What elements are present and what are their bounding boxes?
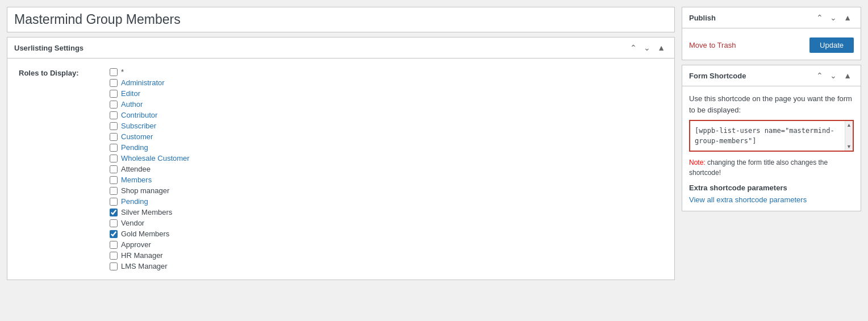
title-box (7, 7, 675, 32)
panel-body: Roles to Display: *AdministratorEditorAu… (7, 59, 674, 280)
role-item: LMS Manager (110, 262, 190, 270)
role-checkbox-role-lms-manager[interactable] (110, 262, 118, 270)
shortcode-controls: ⌃ ⌄ ▲ (814, 70, 854, 81)
scroll-up-arrow[interactable]: ▲ (846, 122, 852, 128)
role-label-role-members[interactable]: Members (121, 176, 152, 184)
main-content: Userlisting Settings ⌃ ⌄ ▲ Roles to Disp… (7, 7, 675, 280)
role-item: Vendor (110, 219, 190, 227)
role-checkbox-role-editor[interactable] (110, 90, 118, 98)
role-checkbox-role-contributor[interactable] (110, 111, 118, 119)
shortcode-panel-body: Use this shortcode on the page you want … (682, 86, 861, 211)
role-label-role-vendor[interactable]: Vendor (121, 219, 144, 227)
role-label-role-subscriber[interactable]: Subscriber (121, 122, 156, 130)
role-item: Gold Members (110, 230, 190, 238)
shortcode-box: [wppb-list-users name="mastermind-group-… (690, 121, 845, 151)
shortcode-collapse-down-btn[interactable]: ⌄ (828, 70, 839, 81)
shortcode-note: Note: changing the form title also chang… (689, 157, 854, 178)
sidebar: Publish ⌃ ⌄ ▲ Move to Trash Update Form … (682, 7, 861, 211)
publish-controls: ⌃ ⌄ ▲ (814, 12, 854, 23)
role-item: Pending (110, 143, 190, 152)
shortcode-panel: Form Shortcode ⌃ ⌄ ▲ Use this shortcode … (682, 65, 861, 211)
role-item: Pending (110, 197, 190, 206)
role-label-role-administrator[interactable]: Administrator (121, 78, 165, 87)
shortcode-scrollbar[interactable]: ▲ ▼ (845, 121, 853, 151)
role-item: Members (110, 176, 190, 184)
shortcode-panel-header: Form Shortcode ⌃ ⌄ ▲ (682, 65, 861, 86)
role-item: Subscriber (110, 122, 190, 130)
publish-actions: Move to Trash Update (689, 37, 854, 53)
role-label-role-silver-members[interactable]: Silver Members (121, 208, 172, 216)
roles-list: *AdministratorEditorAuthorContributorSub… (110, 68, 190, 270)
role-checkbox-role-shop-manager[interactable] (110, 187, 118, 195)
role-item: Shop manager (110, 186, 190, 195)
move-to-trash-link[interactable]: Move to Trash (689, 41, 736, 49)
roles-label: Roles to Display: (19, 68, 98, 270)
role-label-role-wholesale[interactable]: Wholesale Customer (121, 154, 190, 162)
role-label-role-pending2[interactable]: Pending (121, 197, 148, 206)
role-checkbox-role-hr-manager[interactable] (110, 252, 118, 260)
role-item: Attendee (110, 165, 190, 173)
role-checkbox-role-wholesale[interactable] (110, 155, 118, 162)
role-item: HR Manager (110, 251, 190, 260)
update-button[interactable]: Update (809, 37, 854, 53)
role-checkbox-role-pending2[interactable] (110, 198, 118, 206)
publish-panel-title: Publish (689, 14, 716, 22)
role-checkbox-role-author[interactable] (110, 101, 118, 109)
role-label-role-contributor[interactable]: Contributor (121, 111, 157, 119)
panel-title: Userlisting Settings (14, 44, 84, 52)
shortcode-collapse-up-btn[interactable]: ⌃ (814, 70, 825, 81)
role-label-role-attendee[interactable]: Attendee (121, 165, 151, 173)
scroll-down-arrow[interactable]: ▼ (846, 144, 852, 149)
shortcode-toggle-btn[interactable]: ▲ (841, 70, 854, 81)
role-checkbox-role-vendor[interactable] (110, 219, 118, 227)
title-input[interactable] (14, 12, 667, 27)
panel-header: Userlisting Settings ⌃ ⌄ ▲ (7, 37, 674, 59)
collapse-down-btn[interactable]: ⌄ (641, 42, 653, 53)
panel-controls: ⌃ ⌄ ▲ (628, 42, 667, 53)
publish-collapse-down-btn[interactable]: ⌄ (828, 12, 839, 23)
extra-params-title: Extra shortcode parameters (689, 184, 854, 192)
role-item: Contributor (110, 111, 190, 119)
role-label-role-lms-manager[interactable]: LMS Manager (121, 262, 168, 270)
role-label-role-gold-members[interactable]: Gold Members (121, 230, 169, 238)
collapse-up-btn[interactable]: ⌃ (628, 42, 639, 53)
role-item: Administrator (110, 78, 190, 87)
role-item: Silver Members (110, 208, 190, 216)
role-label-role-pending[interactable]: Pending (121, 143, 148, 152)
role-checkbox-role-members[interactable] (110, 176, 118, 184)
shortcode-box-wrapper: [wppb-list-users name="mastermind-group-… (689, 120, 854, 152)
role-checkbox-role-subscriber[interactable] (110, 122, 118, 130)
role-item: Wholesale Customer (110, 154, 190, 162)
shortcode-intro: Use this shortcode on the page you want … (689, 93, 854, 115)
role-item: Editor (110, 89, 190, 98)
role-label-role-approver[interactable]: Approver (121, 240, 151, 249)
role-checkbox-role-approver[interactable] (110, 241, 118, 249)
role-checkbox-role-customer[interactable] (110, 133, 118, 141)
role-label-role-star[interactable]: * (121, 68, 124, 76)
role-label-role-author[interactable]: Author (121, 100, 143, 109)
role-label-role-customer[interactable]: Customer (121, 132, 153, 141)
role-checkbox-role-silver-members[interactable] (110, 209, 118, 216)
role-checkbox-role-gold-members[interactable] (110, 230, 118, 238)
role-item: * (110, 68, 190, 76)
publish-panel: Publish ⌃ ⌄ ▲ Move to Trash Update (682, 7, 861, 60)
view-params-link[interactable]: View all extra shortcode parameters (689, 195, 807, 204)
publish-panel-body: Move to Trash Update (682, 28, 861, 60)
role-checkbox-role-pending[interactable] (110, 144, 118, 152)
shortcode-panel-title: Form Shortcode (689, 72, 746, 80)
role-checkbox-role-administrator[interactable] (110, 79, 118, 87)
role-checkbox-role-attendee[interactable] (110, 165, 118, 173)
publish-panel-header: Publish ⌃ ⌄ ▲ (682, 7, 861, 28)
role-item: Author (110, 100, 190, 109)
role-item: Customer (110, 132, 190, 141)
toggle-btn[interactable]: ▲ (655, 42, 667, 53)
publish-collapse-up-btn[interactable]: ⌃ (814, 12, 825, 23)
publish-toggle-btn[interactable]: ▲ (841, 12, 854, 23)
role-item: Approver (110, 240, 190, 249)
settings-panel: Userlisting Settings ⌃ ⌄ ▲ Roles to Disp… (7, 37, 675, 280)
role-label-role-hr-manager[interactable]: HR Manager (121, 251, 163, 260)
role-checkbox-role-star[interactable] (110, 68, 118, 76)
role-label-role-shop-manager[interactable]: Shop manager (121, 186, 169, 195)
roles-section: Roles to Display: *AdministratorEditorAu… (19, 68, 663, 270)
role-label-role-editor[interactable]: Editor (121, 89, 140, 98)
